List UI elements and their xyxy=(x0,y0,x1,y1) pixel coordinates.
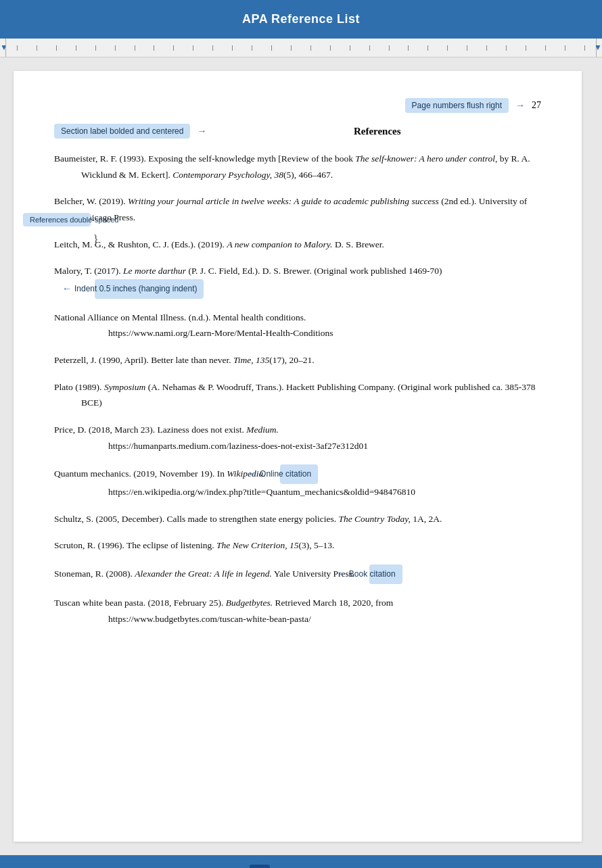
ruler-tick xyxy=(76,45,76,51)
online-citation-annotation: ← Online citation xyxy=(272,464,318,484)
ref-text: Stoneman, R. (2008). Alexander the Great… xyxy=(54,569,354,579)
ruler-tick xyxy=(271,45,272,51)
ruler-tick xyxy=(467,45,467,51)
ruler-tick xyxy=(545,45,546,51)
references-heading-line: Section label bolded and centered → Refe… xyxy=(54,124,541,139)
ref-entry: National Alliance on Mental Illness. (n.… xyxy=(54,307,541,349)
ruler-tick xyxy=(193,45,193,51)
ruler-inner xyxy=(5,39,597,57)
ruler-tick xyxy=(252,45,252,51)
content-wrapper: ↑ Alphabetize by last name ↓ References … xyxy=(0,57,602,855)
wordvice-logo-icon xyxy=(250,865,270,868)
ref-text: Leitch, M. G., & Rushton, C. J. (Eds.). … xyxy=(54,239,384,249)
references-heading: References xyxy=(213,126,541,137)
ref-url: https://humanparts.medium.com/laziness-d… xyxy=(81,438,541,454)
ruler-tick xyxy=(369,45,370,51)
ref-text: Baumeister, R. F. (1993). Exposing the s… xyxy=(54,153,530,180)
page-number: 27 xyxy=(532,100,541,111)
ref-url: https://en.wikipedia.org/w/index.php?tit… xyxy=(81,484,541,500)
ruler-tick xyxy=(173,45,174,51)
ruler-tick xyxy=(408,45,409,51)
ruler-tick xyxy=(135,45,135,51)
url-text: https://www.budgetbytes.com/tuscan-white… xyxy=(108,614,311,624)
ruler-tick xyxy=(56,45,57,51)
ref-entry: Leitch, M. G., & Rushton, C. J. (Eds.). … xyxy=(54,234,541,261)
ruler-tick xyxy=(506,45,507,51)
hanging-indent-annotation: ← Indent 0.5 inches (hanging indent) xyxy=(87,279,204,299)
page-number-line: Page numbers flush right → 27 xyxy=(54,98,541,113)
ref-text: Belcher, W. (2019). Writing your journal… xyxy=(54,196,527,222)
ruler-tick xyxy=(389,45,390,51)
ruler-tick xyxy=(37,45,37,51)
svg-rect-0 xyxy=(250,865,270,868)
page-header: APA Reference List xyxy=(0,0,602,39)
ruler-tick xyxy=(95,45,96,51)
ruler-tick xyxy=(565,45,565,51)
page-numbers-annotation: Page numbers flush right xyxy=(405,98,509,113)
header-title: APA Reference List xyxy=(242,12,360,26)
page-number-arrow: → xyxy=(515,100,525,111)
book-citation-annotation: ← Book citation xyxy=(361,564,402,584)
ref-entry: Plato (1989). Symposium (A. Nehamas & P.… xyxy=(54,377,541,419)
page-footer: WORDVICE xyxy=(0,855,602,868)
ref-entry: Malory, T. (2017). Le morte darthur (P. … xyxy=(54,260,541,307)
url-text: https://humanparts.medium.com/laziness-d… xyxy=(108,441,368,451)
ref-entry: Tuscan white bean pasta. (2018, February… xyxy=(54,592,541,635)
ref-entry: Belcher, W. (2019). Writing your journal… xyxy=(54,191,541,233)
ref-text: Peterzell, J. (1990, April). Better late… xyxy=(54,355,315,365)
ruler-tick xyxy=(154,45,154,51)
ruler: ▼ xyxy=(0,39,602,57)
url-text: https://www.nami.org/Learn-More/Mental-H… xyxy=(108,328,333,338)
ref-url: https://www.budgetbytes.com/tuscan-white… xyxy=(81,611,541,627)
book-citation-label: Book citation xyxy=(369,564,402,584)
ruler-tick xyxy=(584,45,585,51)
ruler-tick xyxy=(486,45,487,51)
wordvice-logo: WORDVICE xyxy=(250,865,353,868)
page-area: Page numbers flush right → 27 Section la… xyxy=(14,71,582,842)
ref-text: Tuscan white bean pasta. (2018, February… xyxy=(54,598,393,608)
ref-text: Price, D. (2018, March 23). Laziness doe… xyxy=(54,425,279,435)
ruler-tick xyxy=(310,45,311,51)
ref-entry: Baumeister, R. F. (1993). Exposing the s… xyxy=(54,151,541,191)
ref-entry: Peterzell, J. (1990, April). Better late… xyxy=(54,349,541,377)
ref-entry: Price, D. (2018, March 23). Laziness doe… xyxy=(54,419,541,462)
ref-text: Malory, T. (2017). Le morte darthur (P. … xyxy=(54,266,442,276)
double-space-label: References double-spaced xyxy=(23,213,91,226)
online-citation-label: Online citation xyxy=(280,464,318,484)
url-text: https://en.wikipedia.org/w/index.php?tit… xyxy=(108,487,415,497)
references-list: Baumeister, R. F. (1993). Exposing the s… xyxy=(54,151,541,635)
hanging-indent-label: Indent 0.5 inches (hanging indent) xyxy=(95,279,204,299)
ref-url: https://www.nami.org/Learn-More/Mental-H… xyxy=(81,325,541,341)
ruler-tick xyxy=(447,45,448,51)
ref-text: National Alliance on Mental Illness. (n.… xyxy=(54,312,306,322)
ruler-tick xyxy=(330,45,331,51)
ref-entry: Scruton, R. (1996). The eclipse of liste… xyxy=(54,535,541,562)
ruler-tick xyxy=(526,45,526,51)
ruler-tick xyxy=(17,45,18,51)
ref-entry: Schultz, S. (2005, December). Calls made… xyxy=(54,508,541,535)
ref-text: Schultz, S. (2005, December). Calls made… xyxy=(54,514,442,524)
section-label-arrow: → xyxy=(197,126,206,137)
ref-text: Scruton, R. (1996). The eclipse of liste… xyxy=(54,540,334,550)
double-space-area: References double-spaced } xyxy=(23,213,91,226)
section-label-annotation: Section label bolded and centered xyxy=(54,124,190,139)
ref-text: Plato (1989). Symposium (A. Nehamas & P.… xyxy=(54,382,535,408)
ref-entry: Quantum mechanics. (2019, November 19). … xyxy=(54,462,541,508)
ruler-right-arrow: ▼ xyxy=(594,43,602,53)
ruler-tick xyxy=(350,45,350,51)
ruler-ticks xyxy=(6,45,596,51)
ruler-tick xyxy=(115,45,116,51)
ruler-tick xyxy=(427,45,428,51)
ref-text: Quantum mechanics. (2019, November 19). … xyxy=(54,468,266,479)
ruler-tick xyxy=(291,45,292,51)
ruler-tick xyxy=(212,45,213,51)
ruler-tick xyxy=(232,45,233,51)
ref-entry: Stoneman, R. (2008). Alexander the Great… xyxy=(54,562,541,592)
